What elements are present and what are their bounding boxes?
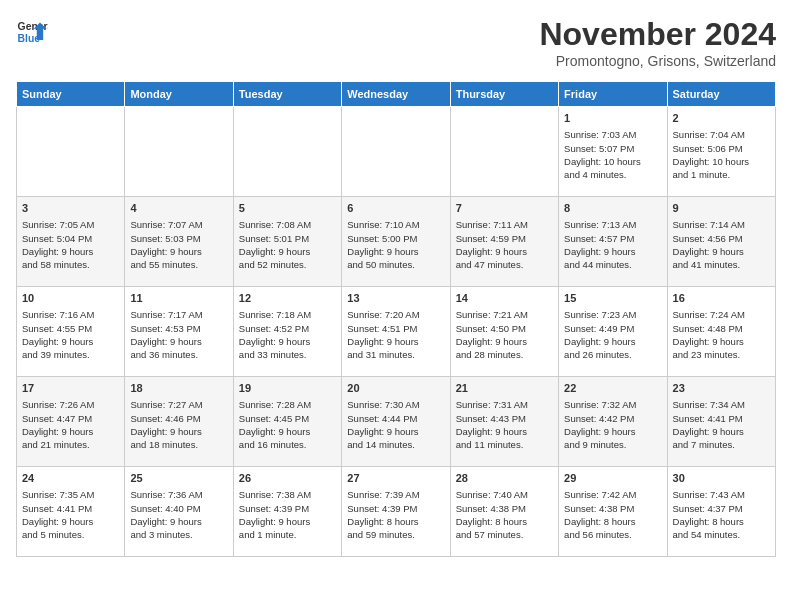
day-number: 20 — [347, 381, 444, 396]
cell-content: and 52 minutes. — [239, 258, 336, 271]
day-header-row: SundayMondayTuesdayWednesdayThursdayFrid… — [17, 82, 776, 107]
cell-content: Sunset: 5:07 PM — [564, 142, 661, 155]
cell-content: Sunset: 4:52 PM — [239, 322, 336, 335]
calendar-cell: 25Sunrise: 7:36 AMSunset: 4:40 PMDayligh… — [125, 467, 233, 557]
cell-content: Sunset: 4:47 PM — [22, 412, 119, 425]
calendar-cell: 18Sunrise: 7:27 AMSunset: 4:46 PMDayligh… — [125, 377, 233, 467]
day-number: 2 — [673, 111, 770, 126]
cell-content: and 31 minutes. — [347, 348, 444, 361]
location-title: Promontogno, Grisons, Switzerland — [539, 53, 776, 69]
cell-content: Daylight: 9 hours — [130, 515, 227, 528]
cell-content: Daylight: 9 hours — [130, 335, 227, 348]
cell-content: Daylight: 9 hours — [239, 335, 336, 348]
calendar-week-row: 17Sunrise: 7:26 AMSunset: 4:47 PMDayligh… — [17, 377, 776, 467]
cell-content: Sunset: 4:50 PM — [456, 322, 553, 335]
calendar-week-row: 1Sunrise: 7:03 AMSunset: 5:07 PMDaylight… — [17, 107, 776, 197]
cell-content: Daylight: 9 hours — [347, 335, 444, 348]
day-number: 12 — [239, 291, 336, 306]
cell-content: Daylight: 9 hours — [456, 335, 553, 348]
month-title: November 2024 — [539, 16, 776, 53]
calendar-cell: 16Sunrise: 7:24 AMSunset: 4:48 PMDayligh… — [667, 287, 775, 377]
cell-content: and 26 minutes. — [564, 348, 661, 361]
day-number: 7 — [456, 201, 553, 216]
day-number: 11 — [130, 291, 227, 306]
cell-content: Sunset: 5:03 PM — [130, 232, 227, 245]
calendar-cell — [17, 107, 125, 197]
calendar-cell: 15Sunrise: 7:23 AMSunset: 4:49 PMDayligh… — [559, 287, 667, 377]
day-number: 23 — [673, 381, 770, 396]
cell-content: Sunrise: 7:18 AM — [239, 308, 336, 321]
cell-content: Sunset: 4:57 PM — [564, 232, 661, 245]
cell-content: and 28 minutes. — [456, 348, 553, 361]
cell-content: Sunrise: 7:43 AM — [673, 488, 770, 501]
cell-content: Daylight: 10 hours — [564, 155, 661, 168]
calendar-cell: 8Sunrise: 7:13 AMSunset: 4:57 PMDaylight… — [559, 197, 667, 287]
cell-content: and 59 minutes. — [347, 528, 444, 541]
day-number: 19 — [239, 381, 336, 396]
calendar-cell — [342, 107, 450, 197]
day-number: 10 — [22, 291, 119, 306]
cell-content: Sunrise: 7:13 AM — [564, 218, 661, 231]
cell-content: Daylight: 10 hours — [673, 155, 770, 168]
calendar-cell: 17Sunrise: 7:26 AMSunset: 4:47 PMDayligh… — [17, 377, 125, 467]
calendar-cell: 21Sunrise: 7:31 AMSunset: 4:43 PMDayligh… — [450, 377, 558, 467]
cell-content: Daylight: 9 hours — [130, 425, 227, 438]
cell-content: Daylight: 8 hours — [456, 515, 553, 528]
calendar-cell: 28Sunrise: 7:40 AMSunset: 4:38 PMDayligh… — [450, 467, 558, 557]
cell-content: and 44 minutes. — [564, 258, 661, 271]
calendar-cell: 6Sunrise: 7:10 AMSunset: 5:00 PMDaylight… — [342, 197, 450, 287]
cell-content: Sunset: 5:06 PM — [673, 142, 770, 155]
cell-content: Sunrise: 7:31 AM — [456, 398, 553, 411]
cell-content: Daylight: 9 hours — [22, 245, 119, 258]
day-number: 13 — [347, 291, 444, 306]
cell-content: Sunrise: 7:28 AM — [239, 398, 336, 411]
cell-content: Sunset: 4:39 PM — [347, 502, 444, 515]
cell-content: Sunrise: 7:35 AM — [22, 488, 119, 501]
cell-content: Sunrise: 7:42 AM — [564, 488, 661, 501]
day-number: 25 — [130, 471, 227, 486]
cell-content: Sunset: 4:55 PM — [22, 322, 119, 335]
day-number: 30 — [673, 471, 770, 486]
cell-content: Sunrise: 7:10 AM — [347, 218, 444, 231]
calendar-cell: 7Sunrise: 7:11 AMSunset: 4:59 PMDaylight… — [450, 197, 558, 287]
calendar-week-row: 24Sunrise: 7:35 AMSunset: 4:41 PMDayligh… — [17, 467, 776, 557]
cell-content: and 18 minutes. — [130, 438, 227, 451]
cell-content: Sunset: 4:48 PM — [673, 322, 770, 335]
logo-icon: General Blue — [16, 16, 48, 48]
cell-content: and 23 minutes. — [673, 348, 770, 361]
cell-content: Sunset: 4:56 PM — [673, 232, 770, 245]
cell-content: Daylight: 9 hours — [456, 245, 553, 258]
cell-content: Sunrise: 7:39 AM — [347, 488, 444, 501]
calendar-cell: 13Sunrise: 7:20 AMSunset: 4:51 PMDayligh… — [342, 287, 450, 377]
cell-content: Sunset: 5:00 PM — [347, 232, 444, 245]
cell-content: Daylight: 9 hours — [564, 245, 661, 258]
cell-content: Sunrise: 7:08 AM — [239, 218, 336, 231]
cell-content: Daylight: 9 hours — [130, 245, 227, 258]
cell-content: and 1 minute. — [673, 168, 770, 181]
calendar-cell: 1Sunrise: 7:03 AMSunset: 5:07 PMDaylight… — [559, 107, 667, 197]
cell-content: Sunrise: 7:16 AM — [22, 308, 119, 321]
day-number: 3 — [22, 201, 119, 216]
calendar-cell: 5Sunrise: 7:08 AMSunset: 5:01 PMDaylight… — [233, 197, 341, 287]
cell-content: Daylight: 9 hours — [347, 245, 444, 258]
cell-content: Sunrise: 7:03 AM — [564, 128, 661, 141]
cell-content: and 54 minutes. — [673, 528, 770, 541]
cell-content: Sunrise: 7:32 AM — [564, 398, 661, 411]
day-number: 18 — [130, 381, 227, 396]
cell-content: and 39 minutes. — [22, 348, 119, 361]
cell-content: Sunset: 5:01 PM — [239, 232, 336, 245]
cell-content: Daylight: 9 hours — [22, 515, 119, 528]
cell-content: Sunrise: 7:04 AM — [673, 128, 770, 141]
cell-content: and 3 minutes. — [130, 528, 227, 541]
day-number: 26 — [239, 471, 336, 486]
cell-content: Sunrise: 7:36 AM — [130, 488, 227, 501]
calendar-cell: 26Sunrise: 7:38 AMSunset: 4:39 PMDayligh… — [233, 467, 341, 557]
cell-content: Sunset: 4:45 PM — [239, 412, 336, 425]
calendar-cell: 3Sunrise: 7:05 AMSunset: 5:04 PMDaylight… — [17, 197, 125, 287]
cell-content: Sunrise: 7:24 AM — [673, 308, 770, 321]
cell-content: Sunset: 5:04 PM — [22, 232, 119, 245]
calendar-cell: 14Sunrise: 7:21 AMSunset: 4:50 PMDayligh… — [450, 287, 558, 377]
cell-content: Daylight: 9 hours — [673, 425, 770, 438]
cell-content: Sunset: 4:49 PM — [564, 322, 661, 335]
calendar-cell: 24Sunrise: 7:35 AMSunset: 4:41 PMDayligh… — [17, 467, 125, 557]
